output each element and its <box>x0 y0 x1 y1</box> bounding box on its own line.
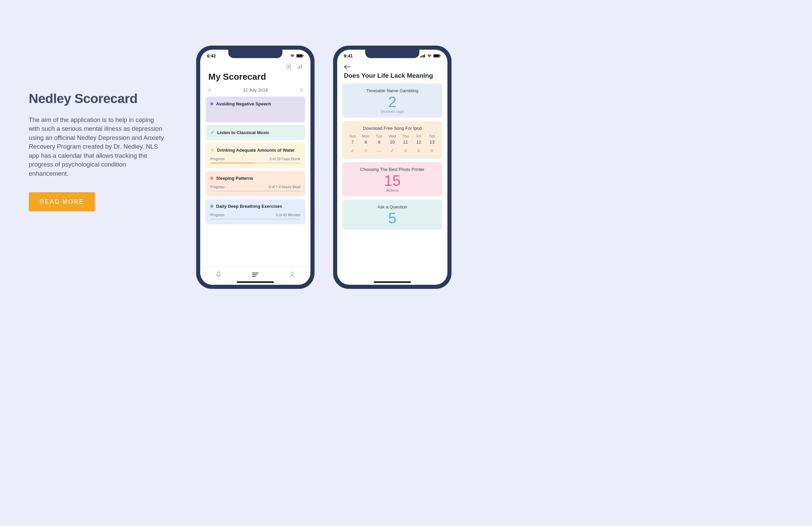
svg-rect-4 <box>420 56 421 57</box>
progress-value: 0 of 45 Minutes <box>276 213 300 217</box>
wifi-icon <box>427 54 432 57</box>
phone-mockup-meaning: 9:41 Does Your Life Lack Meaning Timetab… <box>333 46 451 289</box>
status-indicators <box>420 54 441 58</box>
header-actions <box>200 62 310 70</box>
metric-value: 15 <box>346 173 439 188</box>
scorecard-item-label: Drinking Adequate Amounts of Water <box>217 148 295 153</box>
calendar-day-numbers: 7 8 9 10 11 12 13 <box>346 139 439 145</box>
read-more-button[interactable]: READ MORE <box>29 192 95 211</box>
page-title: Nedley Scorecard <box>29 91 164 106</box>
wifi-icon <box>290 54 295 57</box>
x-icon: ✕ <box>400 148 411 153</box>
nav-list[interactable] <box>252 273 258 277</box>
svg-rect-9 <box>434 55 439 57</box>
svg-rect-6 <box>423 55 424 57</box>
screen-title: My Scorecard <box>200 70 310 86</box>
metric-block-photo-printer[interactable]: Choosing The Best Photo Printer 15 Actio… <box>343 162 442 196</box>
scorecard-item-sleep[interactable]: Sleeping Patterns Progress 0 of 7-8 Hour… <box>206 171 305 196</box>
svg-rect-2 <box>303 55 304 56</box>
list-icon <box>252 273 258 277</box>
progress-label: Progress <box>211 157 224 161</box>
prev-date-button[interactable] <box>208 88 211 92</box>
status-time: 9:41 <box>344 54 353 58</box>
phone-mockup-scorecard: 6:42 My Scorecard 12 July 2019 <box>196 46 315 289</box>
chart-icon[interactable] <box>297 64 302 70</box>
phone-notch <box>365 50 419 58</box>
home-indicator <box>237 282 274 283</box>
metric-title: Ask a Question <box>346 205 439 209</box>
status-dot-icon <box>211 205 213 208</box>
user-icon <box>290 272 295 278</box>
check-icon: ✓ <box>347 148 359 153</box>
progress-label: Progress <box>211 213 224 217</box>
metric-block-weekly-song[interactable]: Download Free Song For Ipod Sun Mon Tue … <box>343 121 442 159</box>
progress-value: 0 of 7-8 Hours Slept <box>269 185 300 189</box>
document-icon[interactable] <box>286 64 291 70</box>
scorecard-item-label: Avoiding Negative Speech <box>216 101 271 106</box>
scorecard-item-breathing[interactable]: Daily Deep Breathing Exercises Progress … <box>206 199 305 224</box>
screen-title: Does Your Life Lack Meaning <box>337 69 447 84</box>
nav-profile[interactable] <box>290 272 295 278</box>
metric-block-ask-question[interactable]: Ask a Question 5 <box>343 200 442 230</box>
x-icon: ✕ <box>426 148 438 153</box>
calendar-day-labels: Sun Mon Tue Wed Thu Fri Sat <box>346 134 439 138</box>
cellular-icon <box>420 54 425 57</box>
metric-title: Choosing The Best Photo Printer <box>346 167 439 172</box>
svg-rect-1 <box>297 55 302 57</box>
svg-rect-5 <box>421 56 422 57</box>
metric-title: Download Free Song For Ipod <box>346 126 439 131</box>
current-date: 12 July 2019 <box>243 88 268 93</box>
scorecard-item-label: Listen to Classical Music <box>217 130 270 135</box>
metric-sublabel: Drunked cups <box>346 109 439 114</box>
scorecard-item-label: Sleeping Patterns <box>216 176 253 181</box>
date-selector: 12 July 2019 <box>200 86 310 96</box>
scorecard-item-negative-speech[interactable]: Avoiding Negative Speech <box>206 96 305 122</box>
status-indicators <box>290 54 304 58</box>
detail-blocks-list: Timetable Name Gambling 2 Drunked cups D… <box>337 84 447 230</box>
status-dot-icon <box>211 177 213 180</box>
svg-point-3 <box>291 272 293 274</box>
scorecard-item-classical-music[interactable]: ✓ Listen to Classical Music <box>206 125 305 140</box>
progress-label: Progress <box>211 185 224 189</box>
scorecard-item-water[interactable]: ✕ Drinking Adequate Amounts of Water Pro… <box>206 142 305 168</box>
x-icon: ✕ <box>360 148 372 153</box>
battery-icon <box>433 54 441 58</box>
home-indicator <box>374 282 411 283</box>
progress-bar <box>211 219 300 220</box>
svg-rect-10 <box>440 55 441 56</box>
svg-rect-7 <box>424 55 425 57</box>
metric-title: Timetable Name Gambling <box>346 88 439 93</box>
battery-icon <box>296 54 304 58</box>
check-icon: ✓ <box>211 130 214 135</box>
scorecard-list: Avoiding Negative Speech ✓ Listen to Cla… <box>200 96 310 224</box>
next-date-button[interactable] <box>300 88 302 92</box>
page-description: The aim of the application is to help in… <box>29 116 164 178</box>
progress-bar <box>211 163 300 164</box>
x-icon: ✕ <box>211 147 214 153</box>
dash-icon: — <box>373 148 385 153</box>
nav-notifications[interactable] <box>216 272 221 278</box>
calendar-marks: ✓ ✕ — ✓ ✕ ✕ ✕ <box>346 148 439 153</box>
status-dot-icon <box>211 102 213 105</box>
bell-icon <box>216 272 221 278</box>
progress-value: 5 of 10 Cups Drunk <box>270 157 300 161</box>
metric-sublabel: Actions <box>346 188 439 192</box>
back-button[interactable] <box>337 62 447 69</box>
phone-notch <box>228 50 282 58</box>
check-icon: ✓ <box>386 148 398 153</box>
intro-panel: Nedley Scorecard The aim of the applicat… <box>29 91 164 211</box>
metric-block-gambling[interactable]: Timetable Name Gambling 2 Drunked cups <box>343 84 442 118</box>
x-icon: ✕ <box>413 148 425 153</box>
scorecard-item-label: Daily Deep Breathing Exercises <box>216 204 282 209</box>
metric-value: 5 <box>346 211 439 226</box>
status-time: 6:42 <box>207 54 216 58</box>
metric-value: 2 <box>346 94 439 109</box>
progress-bar <box>211 191 300 192</box>
